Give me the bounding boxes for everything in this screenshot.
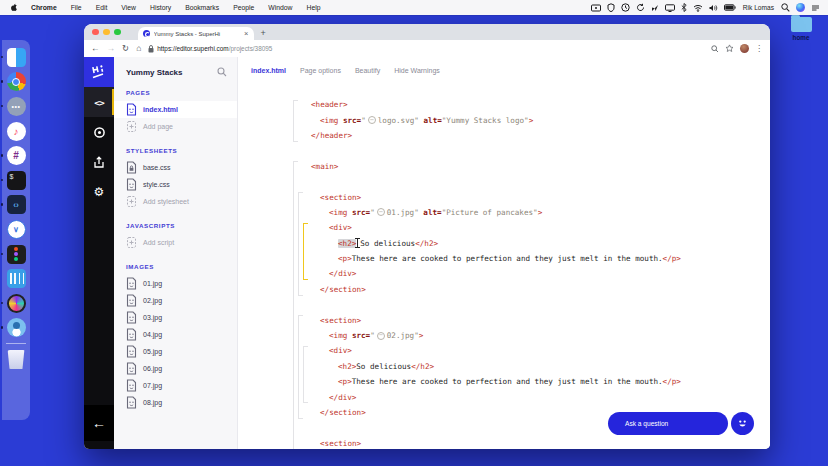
file-label: index.html [143,106,178,113]
chat-smiley-button[interactable] [731,412,754,435]
dock-intercom-icon[interactable] [7,269,26,288]
search-icon[interactable] [217,67,227,77]
file-item-08.jpg[interactable]: 08.jpg [114,394,237,411]
code-segment: <div> [329,223,352,232]
menu-items: ChromeFileEditViewHistoryBookmarksPeople… [24,4,327,11]
menu-item-help[interactable]: Help [299,4,327,11]
notification-center-icon[interactable] [811,4,820,12]
file-item-01.jpg[interactable]: 01.jpg [114,275,237,292]
minimize-window-button[interactable] [103,29,110,36]
publish-button[interactable] [84,147,114,177]
menu-bar-username[interactable]: Rik Lomas [743,4,774,11]
wifi-icon[interactable] [693,4,703,12]
code-segment: <img [329,208,347,217]
clock-icon[interactable] [621,3,630,12]
address-bar[interactable]: https://editor.superhi.com/projects/3809… [148,45,703,53]
siri-icon[interactable] [796,3,805,12]
screen-mirror-icon[interactable] [591,4,601,12]
sync-icon[interactable] [636,3,645,12]
file-item-02.jpg[interactable]: 02.jpg [114,292,237,309]
selected-tag: <h2> [338,239,356,248]
dock-music-icon[interactable]: ♪ [7,122,26,141]
ask-question-button[interactable]: Ask a question [608,412,728,435]
spotlight-icon[interactable] [781,3,790,12]
dock-trash-icon[interactable] [7,350,26,369]
file-item-06.jpg[interactable]: 06.jpg [114,360,237,377]
file-item-03.jpg[interactable]: 03.jpg [114,309,237,326]
tab-close-icon[interactable]: × [244,30,248,38]
asset-chip-icon[interactable]: − [377,208,385,216]
settings-button[interactable]: ⚙ [84,177,114,207]
menu-item-bookmarks[interactable]: Bookmarks [178,4,226,11]
code-segment: <div> [329,346,352,355]
doc-file-icon [126,379,137,392]
code-line: <h2>So delicious</h2> [238,236,770,251]
shield-icon[interactable] [607,3,615,12]
tab-page-options[interactable]: Page options [300,67,341,74]
reload-icon[interactable]: ↻ [122,44,129,53]
menu-item-window[interactable]: Window [261,4,299,11]
file-item-index.html[interactable]: index.html [114,101,237,118]
dock-mail-icon[interactable]: ∨ [7,220,26,239]
apple-icon[interactable] [10,3,18,12]
home-folder[interactable]: home [788,17,814,41]
tab-beautify[interactable]: Beautify [355,67,380,74]
add-button-add-stylesheet[interactable]: Add stylesheet [114,193,237,210]
dock-messages-icon[interactable]: ••• [7,97,26,116]
add-button-add-page[interactable]: Add page [114,118,237,135]
file-item-05.jpg[interactable]: 05.jpg [114,343,237,360]
code-view-button[interactable]: <> [84,87,114,117]
browser-toolbar: ← → ↻ ⌂ https://editor.superhi.com/proje… [84,40,770,58]
bookmark-star-icon[interactable] [725,44,734,53]
home-icon[interactable]: ⌂ [136,44,141,53]
menu-item-people[interactable]: People [226,4,261,11]
code-segment: "Picture of pancakes" [442,208,538,217]
location-icon[interactable] [651,4,659,12]
tab-hide-warnings[interactable]: Hide Warnings [394,67,440,74]
asset-chip-icon[interactable]: − [377,332,385,340]
tab-index.html[interactable]: index.html [251,67,286,74]
display-icon[interactable] [665,4,675,12]
browser-menu-icon[interactable]: ⋮ [755,45,763,53]
asset-chip-icon[interactable]: − [368,116,376,124]
dock-chrome-icon[interactable] [7,72,26,91]
file-item-base.css[interactable]: base.css [114,159,237,176]
code-segment: <img [320,116,338,125]
file-item-07.jpg[interactable]: 07.jpg [114,377,237,394]
folder-label: home [788,34,814,41]
dock-twitterrific-icon[interactable] [7,318,26,337]
section-header: IMAGES [114,263,237,275]
add-button-add-script[interactable]: Add script [114,234,237,251]
dock-terminal-icon[interactable]: $ [7,171,26,190]
menu-item-view[interactable]: View [114,4,143,11]
tab-strip: Yummy Stacks - SuperHi × + [84,24,770,40]
back-icon[interactable]: ← [91,44,100,53]
browser-tab[interactable]: Yummy Stacks - SuperHi × [138,27,254,40]
zoom-window-button[interactable] [114,29,121,36]
volume-icon[interactable] [709,4,718,12]
file-item-04.jpg[interactable]: 04.jpg [114,326,237,343]
code-editor[interactable]: <header><img src="−logo.svg" alt="Yummy … [238,97,770,449]
menu-item-file[interactable]: File [64,4,89,11]
messages-glyph: ••• [7,97,26,116]
dock-slack-icon[interactable]: # [7,146,26,165]
battery-icon[interactable] [724,4,736,11]
close-window-button[interactable] [92,29,99,36]
menu-item-chrome[interactable]: Chrome [24,4,64,11]
forward-icon[interactable]: → [107,44,116,53]
superhi-logo[interactable] [84,57,114,87]
dock-vscode-icon[interactable]: ‹› [7,195,26,214]
dock-finder-icon[interactable] [7,48,26,67]
asset-chip-name: 01.jpg [387,208,414,217]
bluetooth-icon[interactable] [681,3,687,12]
menu-item-history[interactable]: History [143,4,178,11]
file-item-style.css[interactable]: style.css [114,176,237,193]
dock-screenflow-icon[interactable] [7,294,26,313]
zoom-icon[interactable] [711,45,719,53]
dock-figma-icon[interactable] [7,245,26,264]
preview-button[interactable] [84,117,114,147]
profile-avatar[interactable] [740,44,750,54]
menu-item-edit[interactable]: Edit [89,4,115,11]
back-to-dashboard-button[interactable]: ← [84,405,114,441]
new-tab-button[interactable]: + [261,29,266,38]
